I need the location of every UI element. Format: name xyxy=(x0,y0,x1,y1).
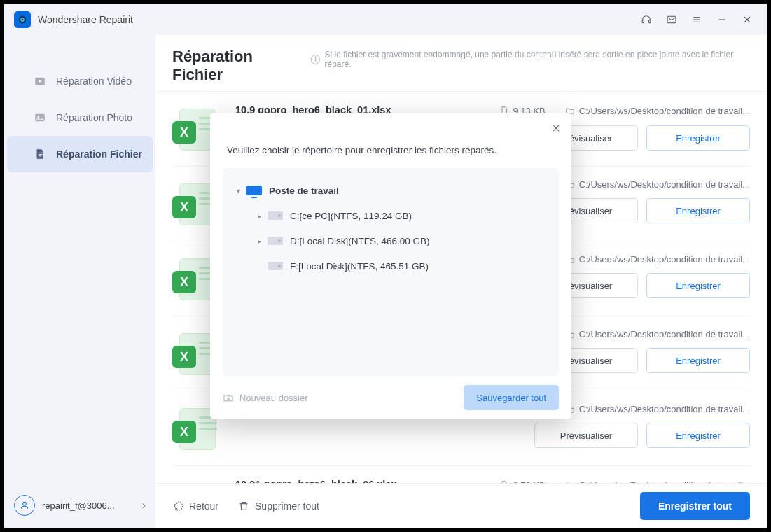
drive-node[interactable]: F:[Local Disk](NTFS, 465.51 GB) xyxy=(248,253,555,279)
chevron-right-icon: › xyxy=(142,499,146,512)
new-folder-button[interactable]: Nouveau dossier xyxy=(223,392,308,403)
info-icon: i xyxy=(311,55,321,64)
save-button[interactable]: Enregistrer xyxy=(646,198,750,223)
titlebar: Wondershare Repairit xyxy=(4,4,767,35)
svg-rect-5 xyxy=(667,16,676,22)
save-button[interactable]: Enregistrer xyxy=(646,348,750,373)
svg-rect-18 xyxy=(39,155,42,156)
chevron-right-icon: ▸ xyxy=(253,237,265,245)
svg-point-19 xyxy=(23,502,27,505)
back-button[interactable]: Retour xyxy=(172,500,218,512)
drive-icon xyxy=(268,235,283,246)
back-icon xyxy=(172,500,183,512)
save-button[interactable]: Enregistrer xyxy=(646,423,750,448)
file-icon xyxy=(34,148,46,160)
save-all-button[interactable]: Enregistrer tout xyxy=(640,492,750,520)
svg-rect-17 xyxy=(39,154,43,155)
file-path: C:/Users/ws/Desktop/condition de travail… xyxy=(565,254,750,265)
page-title: Réparation Fichier xyxy=(172,48,304,84)
directory-tree: ▾ Poste de travail ▸ C:[ce PC](NTFS, 119… xyxy=(223,168,559,376)
mail-icon[interactable] xyxy=(659,7,684,32)
sidebar-item-label: Réparation Vidéo xyxy=(56,76,132,87)
save-button[interactable]: Enregistrer xyxy=(646,125,750,150)
save-directory-modal: Veuillez choisir le répertoire pour enre… xyxy=(210,113,571,419)
svg-point-20 xyxy=(174,502,183,510)
page-hint: i Si le fichier est gravement endommagé,… xyxy=(311,50,750,69)
file-path: C:/Users/ws/Desktop/condition de travail… xyxy=(565,404,750,414)
chevron-right-icon: ▸ xyxy=(253,212,265,220)
computer-icon xyxy=(246,185,262,196)
xlsx-file-icon: X xyxy=(172,479,221,483)
sidebar-item-file[interactable]: Réparation Fichier xyxy=(7,136,153,172)
video-icon xyxy=(34,75,46,88)
file-row: X 10.21 gopro_hero6_black_06.xlsx 9.72 K… xyxy=(172,466,750,483)
file-path: C:/Users/ws/Desktop/condition de travail… xyxy=(565,106,750,116)
sidebar-item-video[interactable]: Réparation Vidéo xyxy=(7,63,153,99)
user-bar[interactable]: repairit_f@3006... › xyxy=(4,483,155,528)
file-path: C:/Users/ws/Desktop/condition de travail… xyxy=(565,179,750,190)
svg-point-2 xyxy=(22,19,23,20)
trash-icon xyxy=(238,500,249,512)
delete-all-button[interactable]: Supprimer tout xyxy=(238,500,319,512)
close-icon[interactable] xyxy=(735,7,760,32)
app-name: Wondershare Repairit xyxy=(38,14,133,25)
minimize-icon[interactable] xyxy=(709,7,735,32)
folder-plus-icon xyxy=(223,392,234,403)
support-icon[interactable] xyxy=(634,7,659,32)
photo-icon xyxy=(34,111,46,124)
save-button[interactable]: Enregistrer xyxy=(646,273,750,298)
preview-button[interactable]: Prévisualiser xyxy=(534,423,638,448)
drive-icon xyxy=(268,210,283,221)
file-path: C:/Users/ws/Desktop/condition de travail… xyxy=(565,329,750,340)
tree-root[interactable]: ▾ Poste de travail xyxy=(227,178,555,203)
modal-save-all-button[interactable]: Sauvegarder tout xyxy=(464,385,559,410)
avatar xyxy=(14,495,35,516)
app-logo xyxy=(14,11,31,28)
svg-rect-4 xyxy=(648,20,651,23)
svg-rect-16 xyxy=(39,153,43,153)
menu-icon[interactable] xyxy=(684,7,709,32)
chevron-down-icon: ▾ xyxy=(232,187,244,195)
sidebar-item-label: Réparation Photo xyxy=(56,112,132,123)
drive-node[interactable]: ▸ C:[ce PC](NTFS, 119.24 GB) xyxy=(248,203,555,228)
sidebar-item-label: Réparation Fichier xyxy=(56,148,142,160)
svg-rect-3 xyxy=(642,20,644,23)
drive-node[interactable]: ▸ D:[Local Disk](NTFS, 466.00 GB) xyxy=(248,228,555,253)
sidebar: Réparation Vidéo Réparation Photo Répara… xyxy=(4,35,155,528)
modal-prompt: Veuillez choisir le répertoire pour enre… xyxy=(210,113,571,168)
drive-icon xyxy=(268,260,283,272)
user-name: repairit_f@3006... xyxy=(42,500,142,511)
svg-point-15 xyxy=(37,115,39,118)
modal-close-icon[interactable] xyxy=(548,120,564,136)
sidebar-item-photo[interactable]: Réparation Photo xyxy=(7,99,153,136)
